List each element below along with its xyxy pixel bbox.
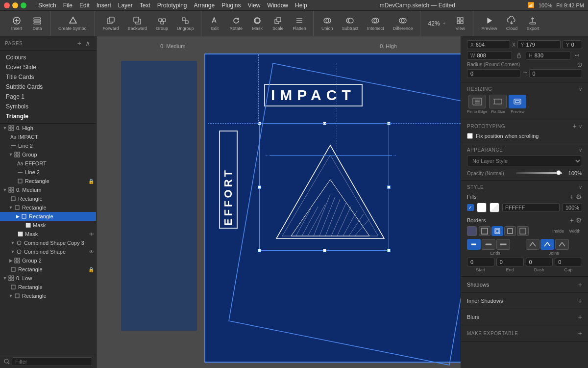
collapse-sidebar-button[interactable]: ∧ — [84, 39, 91, 47]
preview-resize-button[interactable] — [509, 95, 526, 108]
menu-plugins[interactable]: Plugins — [221, 2, 241, 9]
layer-group-2[interactable]: ▶ Group 2 — [0, 256, 96, 265]
fill-settings-button[interactable]: ⚙ — [576, 193, 582, 201]
menu-prototyping[interactable]: Prototyping — [157, 2, 187, 9]
border-butt-end-button[interactable] — [467, 239, 481, 250]
mask-button[interactable]: Mask — [247, 14, 267, 33]
add-inner-shadow-button[interactable]: + — [578, 297, 582, 305]
border-miter-join-button[interactable] — [526, 239, 539, 250]
minimize-button[interactable] — [12, 2, 18, 8]
page-symbols[interactable]: Symbols — [0, 102, 96, 111]
menu-arrange[interactable]: Arrange — [194, 2, 215, 9]
layer-group-inner[interactable]: ▼ Group — [0, 150, 96, 159]
edit-button[interactable]: Edit — [205, 14, 225, 33]
fill-opacity-input[interactable]: 100% — [563, 203, 582, 212]
border-start-field[interactable]: 0 — [467, 258, 494, 266]
border-round-join-button[interactable] — [540, 239, 554, 250]
cloud-button[interactable]: Cloud — [502, 14, 521, 33]
border-settings-button[interactable]: ⚙ — [576, 216, 582, 224]
layer-combined-copy[interactable]: ▼ Combined Shape Copy 3 — [0, 238, 96, 247]
layer-line2b[interactable]: Line 2 — [0, 168, 96, 177]
rotate-button[interactable]: Rotate — [226, 14, 247, 33]
layer-group-medium[interactable]: ▼ 0. Medium — [0, 185, 96, 194]
close-button[interactable] — [4, 2, 10, 8]
fill-hex-input[interactable]: FFFFFF — [502, 203, 560, 212]
border-round-end-button[interactable] — [482, 239, 495, 250]
canvas-area[interactable]: 0. Medium 0. High IMPACT EFFORT — [97, 36, 461, 368]
layer-rectangle-a[interactable]: Rectangle 🔒 — [0, 177, 96, 185]
layer-rect-low2[interactable]: ▼ Rectangle — [0, 291, 96, 300]
border-inside-button[interactable] — [491, 226, 503, 236]
page-colours[interactable]: Colours — [0, 53, 96, 62]
view-button[interactable]: View — [450, 14, 470, 33]
border-bevel-join-button[interactable] — [555, 239, 569, 250]
menu-edit[interactable]: Edit — [79, 2, 90, 9]
menu-insert[interactable]: Insert — [97, 2, 111, 9]
flip-icon[interactable] — [574, 53, 580, 58]
radius-value-field[interactable]: 0 — [529, 69, 583, 78]
menu-sketch[interactable]: Sketch — [38, 2, 56, 9]
intersect-button[interactable]: Intersect — [363, 14, 388, 33]
maximize-button[interactable] — [21, 2, 26, 8]
prototyping-header[interactable]: PROTOTYPING + ∨ — [467, 122, 582, 130]
border-dash-field[interactable]: 0 — [526, 258, 553, 266]
layer-rect-selected[interactable]: ▶ Rectangle — [0, 212, 96, 221]
layer-group-low[interactable]: ▼ 0. Low — [0, 274, 96, 283]
menu-text[interactable]: Text — [140, 2, 150, 9]
layer-rect-low1[interactable]: Rectangle — [0, 283, 96, 291]
layer-mask-a[interactable]: ⬜ Mask — [0, 221, 96, 230]
subtract-button[interactable]: Subtract — [338, 14, 363, 33]
page-title-cards[interactable]: Title Cards — [0, 72, 96, 82]
border-center-button[interactable] — [504, 226, 516, 236]
menu-file[interactable]: File — [63, 2, 73, 9]
x-field[interactable]: X 604 — [467, 40, 510, 49]
layer-mask-b[interactable]: ⬜ Mask 👁 — [0, 230, 96, 238]
backward-button[interactable]: Backward — [124, 14, 151, 33]
layer-rect-medium1[interactable]: Rectangle — [0, 194, 96, 203]
border-square-end-button[interactable] — [496, 239, 510, 250]
z-field[interactable]: Y 0 — [563, 40, 582, 49]
radius-adjust-icon[interactable] — [522, 71, 527, 76]
layer-line2a[interactable]: Line 2 — [0, 141, 96, 150]
add-prototyping-button[interactable]: + — [573, 122, 577, 130]
border-color-swatch[interactable] — [467, 226, 477, 236]
menu-window[interactable]: Window — [267, 2, 288, 9]
fix-position-checkbox[interactable] — [467, 133, 473, 139]
page-page-1[interactable]: Page 1 — [0, 92, 96, 102]
border-end-field[interactable]: 0 — [496, 258, 524, 266]
add-exportable-button[interactable]: + — [578, 329, 582, 337]
border-color-button[interactable] — [479, 226, 490, 236]
add-shadow-button[interactable]: + — [578, 281, 582, 289]
w-field[interactable]: W 808 — [467, 51, 512, 60]
add-page-button[interactable]: + — [76, 39, 82, 47]
pin-to-edge-button[interactable] — [468, 95, 486, 108]
opacity-slider[interactable] — [516, 172, 562, 174]
resizing-header[interactable]: RESIZING ∨ — [467, 86, 582, 92]
layer-effort[interactable]: Aa EFFORT — [0, 159, 96, 168]
menu-layer[interactable]: Layer — [118, 2, 133, 9]
menu-help[interactable]: Help — [295, 2, 307, 9]
layer-impact[interactable]: Aa IMPACT — [0, 132, 96, 141]
scale-button[interactable]: Scale — [268, 14, 288, 33]
border-gap-field[interactable]: 0 — [555, 258, 582, 266]
page-cover-slide[interactable]: Cover Slide — [0, 62, 96, 72]
preview-button[interactable]: Preview — [477, 14, 501, 33]
layer-rect-b[interactable]: Rectangle 🔒 — [0, 265, 96, 274]
fix-size-button[interactable] — [489, 95, 507, 108]
radius-field[interactable]: 0 — [467, 69, 520, 78]
layer-style-select[interactable]: No Layer Style — [467, 156, 582, 166]
layer-group-high[interactable]: ▼ 0. High — [0, 124, 96, 132]
add-border-button[interactable]: + — [570, 216, 574, 224]
menu-view[interactable]: View — [248, 2, 261, 9]
fill-color-swatch[interactable] — [477, 203, 487, 212]
ungroup-button[interactable]: Ungroup — [173, 14, 198, 33]
style-header[interactable]: STYLE ∨ — [467, 184, 582, 190]
export-button[interactable]: Export — [522, 14, 543, 33]
fill-type-swatch[interactable] — [490, 203, 499, 212]
union-button[interactable]: Union — [318, 14, 337, 33]
insert-button[interactable]: Insert — [7, 14, 26, 33]
page-triangle[interactable]: Triangle — [0, 111, 96, 121]
page-subtitle-cards[interactable]: Subtitle Cards — [0, 82, 96, 92]
create-symbol-button[interactable]: Create Symbol — [54, 14, 92, 33]
border-outside-button[interactable] — [517, 226, 529, 236]
